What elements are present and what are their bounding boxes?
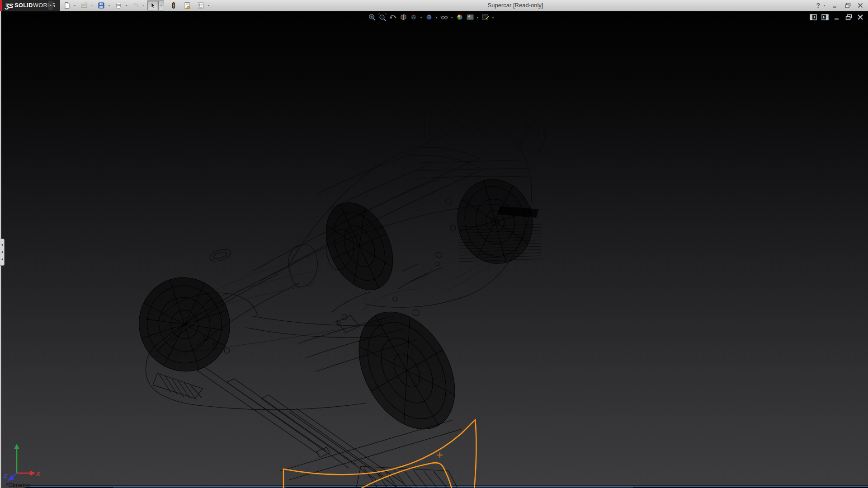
- restore-document-button[interactable]: [844, 14, 853, 21]
- glasses-icon: [440, 13, 448, 21]
- undo-dropdown[interactable]: ▼: [141, 1, 146, 10]
- close-document-icon: [857, 14, 863, 20]
- undo-icon: [132, 2, 139, 9]
- triad-z-label: Z: [3, 473, 8, 479]
- select-cursor-icon: [149, 2, 156, 9]
- title-bar: ƷS SOLIDWORKS ▸ ▼ ▼ ▼: [0, 0, 868, 11]
- menu-expand-arrow[interactable]: ▸: [48, 1, 53, 10]
- help-dropdown[interactable]: ▼: [822, 1, 827, 10]
- view-settings-icon: [481, 13, 490, 21]
- document-window-controls: [809, 14, 864, 21]
- solidworks-logo-glyph: ƷS: [5, 2, 13, 9]
- sketch-point-cross: [437, 452, 443, 458]
- window-controls: ? ▼: [815, 0, 866, 10]
- apply-scene-button[interactable]: [465, 13, 475, 22]
- wheel-front-left[interactable]: [127, 266, 242, 383]
- print-button[interactable]: [113, 0, 124, 10]
- restore-icon: [845, 3, 851, 8]
- help-button[interactable]: ?: [815, 2, 821, 9]
- restore-button[interactable]: [842, 1, 854, 10]
- section-view-button[interactable]: [398, 13, 408, 22]
- headsup-view-toolbar: ▾ ▾ ▾ ▾: [367, 13, 495, 22]
- appearance-ball-icon: [456, 13, 464, 21]
- save-button[interactable]: [96, 0, 107, 10]
- feature-pane-toggle-button[interactable]: [809, 14, 817, 21]
- previous-view-icon: [389, 13, 397, 21]
- orientation-triad: X Z: [3, 444, 41, 481]
- wheel-rear-right[interactable]: [448, 171, 542, 272]
- view-settings-button[interactable]: [481, 13, 490, 22]
- edit-appearance-button[interactable]: [455, 13, 464, 22]
- display-style-dropdown[interactable]: ▾: [434, 15, 439, 19]
- close-icon: [858, 3, 863, 8]
- restore-document-icon: [845, 14, 852, 20]
- print-dropdown[interactable]: ▼: [124, 1, 129, 10]
- zoom-fit-icon: [368, 13, 376, 21]
- collapse-arrow-icon: [1, 244, 3, 246]
- pane-right-icon: [821, 14, 829, 20]
- open-folder-icon: [80, 2, 88, 9]
- scene-ball-icon: [466, 13, 474, 21]
- zoom-to-fit-button[interactable]: [367, 13, 377, 22]
- collapse-arrow-icon: [1, 251, 3, 253]
- view-orientation-dropdown[interactable]: ▾: [419, 15, 423, 19]
- collapse-arrow-icon: [1, 258, 3, 261]
- new-document-icon: [63, 2, 71, 9]
- minimize-button[interactable]: [829, 1, 841, 10]
- task-pane-toggle-button[interactable]: [821, 14, 829, 21]
- display-style-cube-icon: [425, 13, 433, 21]
- close-button[interactable]: [854, 1, 866, 10]
- open-dropdown[interactable]: ▼: [90, 1, 94, 10]
- selected-sketch-contour[interactable]: [283, 420, 476, 488]
- view-orientation-label: *Dimetric: [6, 482, 31, 488]
- display-style-button[interactable]: [424, 13, 434, 22]
- apply-scene-dropdown[interactable]: ▾: [476, 15, 480, 19]
- section-view-icon: [399, 13, 407, 21]
- hide-show-items-button[interactable]: [439, 13, 449, 22]
- zoom-area-icon: [378, 13, 387, 21]
- view-orientation-button[interactable]: [409, 13, 418, 22]
- minimize-document-button[interactable]: [833, 14, 841, 21]
- minimize-icon: [832, 3, 838, 8]
- model-canvas[interactable]: X Z: [0, 11, 868, 488]
- print-icon: [115, 2, 122, 9]
- triad-x-label: X: [36, 470, 41, 477]
- open-button[interactable]: [79, 0, 90, 10]
- new-document-dropdown[interactable]: ▼: [72, 1, 77, 10]
- close-document-button[interactable]: [856, 14, 864, 21]
- minimize-document-icon: [834, 14, 840, 20]
- view-settings-dropdown[interactable]: ▾: [491, 15, 495, 19]
- window-title: Supercar [Read-only]: [163, 0, 868, 11]
- previous-view-button[interactable]: [388, 13, 397, 22]
- view-orientation-cube-icon: [410, 13, 418, 21]
- undo-button[interactable]: [130, 0, 141, 10]
- new-document-button[interactable]: [61, 0, 72, 10]
- hide-show-items-dropdown[interactable]: ▾: [450, 15, 454, 19]
- wheel-front-right[interactable]: [313, 192, 406, 301]
- save-icon: [98, 2, 105, 9]
- graphics-viewport[interactable]: X Z: [0, 11, 868, 488]
- featuremanager-collapsed-handle[interactable]: [0, 239, 5, 266]
- zoom-to-area-button[interactable]: [377, 13, 387, 22]
- select-button[interactable]: [147, 0, 158, 10]
- save-dropdown[interactable]: ▼: [107, 1, 112, 10]
- pane-left-icon: [810, 14, 817, 20]
- logo-red-stripe: [0, 0, 2, 11]
- wheel-rear-left[interactable]: [339, 295, 474, 446]
